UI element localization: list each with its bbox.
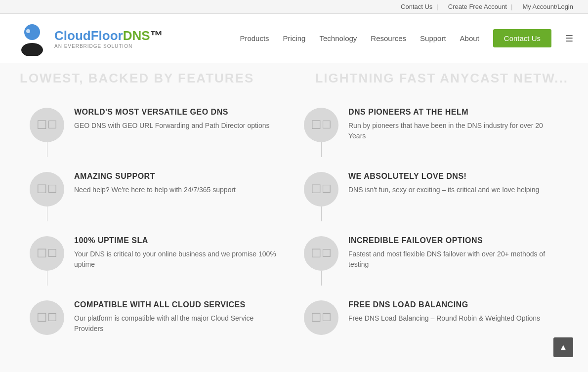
bg-title-left: LOWEST, BACKED BY FEATURES [20,71,254,86]
feature-icon-geo-dns: ☐ [30,108,64,142]
feature-title-pioneers: DNS PIONEERS AT THE HELM [348,108,558,117]
support-icon: ☐ [37,182,47,196]
feature-icon-load-balancing: ☐ [304,300,338,335]
top-bar: Contact Us | Create Free Account | My Ac… [0,0,588,14]
feature-icon-support: ☐ [30,172,64,207]
feature-content-love-dns: WE ABSOLUTELY LOVE DNS! DNS isn't fun, s… [348,172,539,195]
feature-uptime: ☐ 100% UPTIME SLA Your DNS is critical t… [20,221,294,286]
feature-content-geo-dns: WORLD'S MOST VERSATILE GEO DNS GEO DNS w… [74,108,270,131]
feature-desc-love-dns: DNS isn't fun, sexy or exciting – its cr… [348,185,539,195]
feature-title-load-balancing: FREE DNS LOAD BALANCING [348,300,540,309]
feature-support: ☐ AMAZING SUPPORT Need help? We're here … [20,157,294,221]
feature-love-dns: ☐ WE ABSOLUTELY LOVE DNS! DNS isn't fun,… [294,157,568,221]
nav-support[interactable]: Support [420,34,446,42]
connector-r2 [321,207,322,221]
feature-title-failover: INCREDIBLE FAILOVER OPTIONS [348,236,558,245]
search-icon[interactable]: ☰ [565,33,573,44]
feature-geo-dns: ☐ WORLD'S MOST VERSATILE GEO DNS GEO DNS… [20,93,294,157]
nav-resources[interactable]: Resources [371,34,406,42]
feature-desc-failover: Fastest and most flexible DNS failover w… [348,249,558,270]
feature-title-uptime: 100% UPTIME SLA [74,236,284,245]
feature-content-support: AMAZING SUPPORT Need help? We're here to… [74,172,236,195]
connector-3 [47,271,47,286]
feature-content-pioneers: DNS PIONEERS AT THE HELM Run by pioneers… [348,108,558,141]
logo-cloudfloor: CloudFloor [54,28,123,43]
connector-r1 [321,142,322,157]
feature-desc-load-balancing: Free DNS Load Balancing – Round Robin & … [348,313,540,324]
feature-load-balancing: ☐ FREE DNS LOAD BALANCING Free DNS Load … [294,286,568,350]
love-dns-icon: ☐ [311,182,322,196]
failover-icon: ☐ [311,247,322,260]
feature-desc-support: Need help? We're here to help with 24/7/… [74,185,236,195]
feature-icon-pioneers: ☐ [304,108,338,142]
feature-desc-uptime: Your DNS is critical to your online busi… [74,249,284,270]
feature-title-love-dns: WE ABSOLUTELY LOVE DNS! [348,172,539,181]
nav-pricing[interactable]: Pricing [283,34,306,42]
features-grid: ☐ WORLD'S MOST VERSATILE GEO DNS GEO DNS… [20,93,568,350]
nav-technology[interactable]: Technology [319,34,357,42]
my-account-link[interactable]: My Account/Login [522,3,573,10]
feature-title-geo-dns: WORLD'S MOST VERSATILE GEO DNS [74,108,270,117]
scroll-to-top-button[interactable]: ▲ [553,337,573,357]
separator-2: | [511,3,512,10]
logo[interactable]: CloudFloorDNS™ AN EVERBRIDGE SOLUTION [15,21,163,56]
geo-dns-icon: ☐ [37,118,47,132]
nav-about[interactable]: About [460,34,479,42]
feature-content-uptime: 100% UPTIME SLA Your DNS is critical to … [74,236,284,270]
feature-desc-geo-dns: GEO DNS with GEO URL Forwarding and Path… [74,121,270,131]
separator-1: | [436,3,438,10]
logo-brand: CloudFloorDNS™ [54,28,163,43]
connector-2 [47,207,47,221]
feature-title-support: AMAZING SUPPORT [74,172,236,181]
load-balancing-icon: ☐ [311,311,322,325]
connector-r3 [321,271,322,286]
nav-links: Products Pricing Technology Resources Su… [240,29,573,47]
svg-point-2 [26,29,30,33]
logo-text: CloudFloorDNS™ AN EVERBRIDGE SOLUTION [54,28,163,49]
scroll-top-icon: ▲ [559,342,568,353]
feature-content-cloud: COMPATIBLE WITH ALL CLOUD SERVICES Our p… [74,300,284,334]
features-section: LOWEST, BACKED BY FEATURES LIGHTNING FAS… [0,63,588,372]
pioneers-icon: ☐ [311,118,322,132]
bg-title-right: LIGHTNING FAST ANYCAST NETW... [315,71,568,86]
contact-us-topbar-link[interactable]: Contact Us [401,3,432,10]
feature-icon-love-dns: ☐ [304,172,338,207]
svg-point-1 [21,43,43,56]
logo-dns: DNS [123,28,150,43]
feature-title-cloud: COMPATIBLE WITH ALL CLOUD SERVICES [74,300,284,309]
features-right-col: ☐ DNS PIONEERS AT THE HELM Run by pionee… [294,93,568,350]
logo-sub: AN EVERBRIDGE SOLUTION [54,43,163,49]
feature-content-load-balancing: FREE DNS LOAD BALANCING Free DNS Load Ba… [348,300,540,324]
features-left-col: ☐ WORLD'S MOST VERSATILE GEO DNS GEO DNS… [20,93,294,350]
feature-pioneers: ☐ DNS PIONEERS AT THE HELM Run by pionee… [294,93,568,157]
navbar: CloudFloorDNS™ AN EVERBRIDGE SOLUTION Pr… [0,14,588,63]
contact-us-nav-button[interactable]: Contact Us [493,29,551,47]
feature-icon-cloud: ☐ [30,300,64,335]
bg-section-header: LOWEST, BACKED BY FEATURES LIGHTNING FAS… [0,63,588,93]
feature-failover: ☐ INCREDIBLE FAILOVER OPTIONS Fastest an… [294,221,568,286]
feature-icon-uptime: ☐ [30,236,64,271]
nav-products[interactable]: Products [240,34,269,42]
feature-cloud: ☐ COMPATIBLE WITH ALL CLOUD SERVICES Our… [20,286,294,350]
feature-desc-cloud: Our platform is compatible with all the … [74,313,284,334]
create-account-link[interactable]: Create Free Account [448,3,507,10]
feature-desc-pioneers: Run by pioneers that have been in the DN… [348,121,558,141]
cloud-icon: ☐ [37,311,47,325]
connector-1 [47,142,47,157]
logo-icon [15,21,49,56]
uptime-icon: ☐ [37,247,47,260]
feature-icon-failover: ☐ [304,236,338,271]
feature-content-failover: INCREDIBLE FAILOVER OPTIONS Fastest and … [348,236,558,270]
